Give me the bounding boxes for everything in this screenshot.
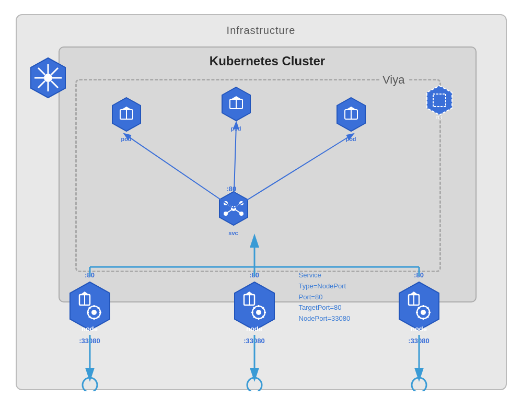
infrastructure-box: Infrastructure Kub (16, 14, 507, 390)
svg-point-1 (44, 74, 52, 82)
node1-port-top: :80 (64, 271, 116, 279)
node1-port-bottom: :33080 (64, 337, 116, 345)
infrastructure-label: Infrastructure (17, 25, 506, 37)
service-info-line1: Service (299, 270, 351, 281)
pod3-label: pod (333, 136, 369, 142)
service-info-box: Service Type=NodePort Port=80 TargetPort… (299, 270, 351, 324)
svc-label: svc (215, 230, 252, 236)
svg-point-56 (256, 310, 261, 315)
svg-marker-51 (235, 282, 274, 330)
svg-marker-10 (427, 86, 452, 115)
svc-port-label: :80 (227, 185, 237, 193)
svg-point-70 (421, 310, 426, 315)
kubernetes-cluster-label: Kubernetes Cluster (60, 54, 475, 68)
node3-port-bottom: :33080 (393, 337, 445, 345)
service-info-line2: Type=NodePort (299, 281, 351, 292)
node3-hex: node (393, 280, 445, 342)
ns-label: ns (424, 114, 455, 120)
node2-port-bottom: :33080 (228, 337, 281, 345)
node1-hex: node (64, 280, 116, 342)
kubernetes-logo-hex (27, 57, 69, 99)
node2-hex: node (228, 280, 281, 342)
node1-container: :80 (64, 271, 116, 345)
svc-hex: svc (215, 190, 252, 236)
kubernetes-cluster-box: Kubernetes Cluster Viya ns (59, 46, 477, 302)
node2-label: node (228, 325, 281, 333)
svg-point-89 (412, 378, 426, 391)
node2-port-top: :80 (228, 271, 281, 279)
svg-marker-65 (399, 282, 439, 330)
node3-label: node (393, 325, 445, 333)
diagram-container: Infrastructure Kub (10, 9, 512, 411)
node3-port-top: :80 (393, 271, 445, 279)
service-info-line3: Port=80 (299, 292, 351, 303)
node2-container: :80 (228, 271, 281, 345)
svg-point-42 (91, 310, 97, 315)
svg-point-87 (83, 378, 97, 391)
pod3-hex: pod (333, 96, 369, 142)
svg-marker-37 (70, 282, 110, 330)
service-info-line4: TargetPort=80 (299, 302, 351, 313)
pod2-label: pod (218, 125, 254, 132)
svg-point-88 (247, 378, 262, 391)
node1-label: node (64, 325, 116, 333)
pod1-label: pod (108, 136, 145, 142)
viya-label: Viya (379, 73, 408, 87)
pod2-hex: pod (218, 86, 254, 132)
pod1-hex: pod (108, 96, 145, 142)
viya-namespace-box: Viya ns (75, 79, 441, 272)
node3-container: :80 (393, 271, 445, 345)
ns-hex-container: ns (424, 85, 455, 120)
service-info-line5: NodePort=33080 (299, 313, 351, 324)
